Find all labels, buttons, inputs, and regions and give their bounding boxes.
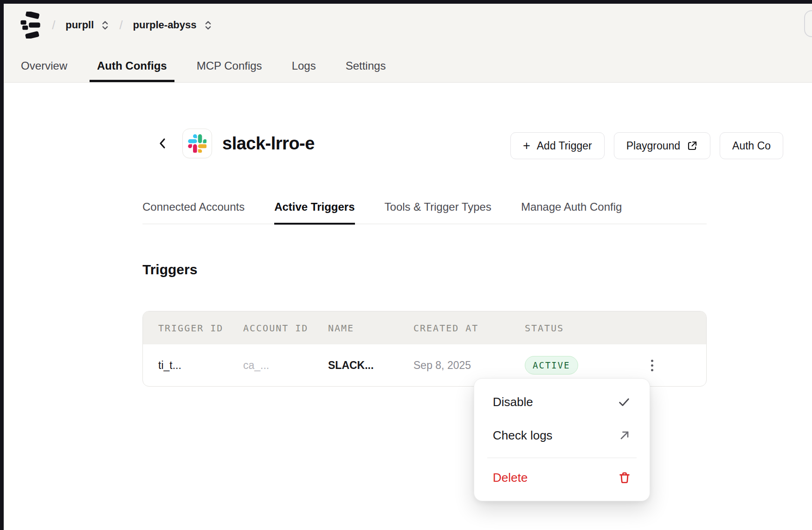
cell-account-id: ca_... <box>243 359 328 372</box>
check-icon <box>617 395 631 409</box>
auth-config-button[interactable]: Auth Co <box>720 132 783 159</box>
col-status: STATUS <box>525 323 641 334</box>
trash-icon <box>618 471 631 484</box>
cell-name: SLACK... <box>328 359 413 372</box>
tab-overview[interactable]: Overview <box>21 59 67 82</box>
detail-tabs: Connected Accounts Active Triggers Tools… <box>142 200 707 224</box>
subtab-manage-auth-config[interactable]: Manage Auth Config <box>521 200 622 224</box>
page-title: slack-lrro-e <box>222 134 315 154</box>
org-switcher[interactable]: purpll <box>65 19 109 31</box>
dots-vertical-icon <box>651 360 653 362</box>
external-link-icon <box>687 140 698 151</box>
project-name: purple-abyss <box>133 19 197 31</box>
row-context-menu: Disable Check logs Delete <box>474 378 650 501</box>
section-title: Triggers <box>142 262 197 278</box>
auth-config-label: Auth Co <box>732 140 771 152</box>
disable-label: Disable <box>493 395 533 409</box>
page-header: slack-lrro-e <box>155 129 315 158</box>
row-menu-button[interactable] <box>644 355 660 375</box>
tab-mcp-configs[interactable]: MCP Configs <box>197 59 262 82</box>
chevrons-up-down-icon <box>101 20 109 31</box>
cell-trigger-id: ti_t... <box>158 359 243 372</box>
breadcrumb: / purpll / purple-abyss <box>19 4 212 46</box>
screenshot-root: / purpll / purple-abyss Overview Au <box>0 0 812 530</box>
playground-label: Playground <box>626 140 680 152</box>
add-trigger-label: Add Trigger <box>537 140 592 152</box>
breadcrumb-separator: / <box>52 18 55 32</box>
table-header-row: TRIGGER ID ACCOUNT ID NAME CREATED AT ST… <box>143 311 706 344</box>
subtab-tools-trigger-types[interactable]: Tools & Trigger Types <box>385 200 491 224</box>
subtab-active-triggers[interactable]: Active Triggers <box>274 200 354 225</box>
breadcrumb-separator: / <box>119 18 122 32</box>
check-logs-label: Check logs <box>493 428 553 443</box>
arrow-up-right-icon <box>618 429 631 442</box>
top-bar: / purpll / purple-abyss Overview Au <box>4 4 812 83</box>
tab-auth-configs[interactable]: Auth Configs <box>90 59 174 82</box>
clipped-toolbar-button[interactable] <box>804 10 812 37</box>
status-badge: ACTIVE <box>525 356 578 375</box>
add-trigger-button[interactable]: + Add Trigger <box>510 132 605 159</box>
plus-icon: + <box>523 140 530 152</box>
col-name: NAME <box>328 323 413 334</box>
col-trigger-id: TRIGGER ID <box>158 323 243 334</box>
app-icon-frame <box>182 129 212 158</box>
page-actions: + Add Trigger Playground Auth Co <box>510 132 783 159</box>
menu-item-delete[interactable]: Delete <box>474 461 650 494</box>
app-window: / purpll / purple-abyss Overview Au <box>4 4 812 530</box>
menu-item-check-logs[interactable]: Check logs <box>474 419 650 452</box>
subtab-connected-accounts[interactable]: Connected Accounts <box>142 200 245 224</box>
cell-created-at: Sep 8, 2025 <box>413 359 525 372</box>
tab-settings[interactable]: Settings <box>346 59 386 82</box>
back-button[interactable] <box>155 134 169 153</box>
delete-label: Delete <box>493 471 528 485</box>
chevron-left-icon <box>157 135 168 152</box>
col-created-at: CREATED AT <box>413 323 525 334</box>
tab-logs[interactable]: Logs <box>292 59 316 82</box>
playground-button[interactable]: Playground <box>614 132 710 159</box>
slack-icon <box>188 134 206 153</box>
main-tabs: Overview Auth Configs MCP Configs Logs S… <box>21 59 386 82</box>
col-account-id: ACCOUNT ID <box>243 323 328 334</box>
menu-divider <box>487 458 637 458</box>
composio-logo-icon[interactable] <box>19 12 42 39</box>
project-switcher[interactable]: purple-abyss <box>133 19 212 31</box>
triggers-table: TRIGGER ID ACCOUNT ID NAME CREATED AT ST… <box>142 311 707 387</box>
org-name: purpll <box>65 19 94 31</box>
menu-item-disable[interactable]: Disable <box>474 385 650 419</box>
chevrons-up-down-icon <box>204 20 212 31</box>
